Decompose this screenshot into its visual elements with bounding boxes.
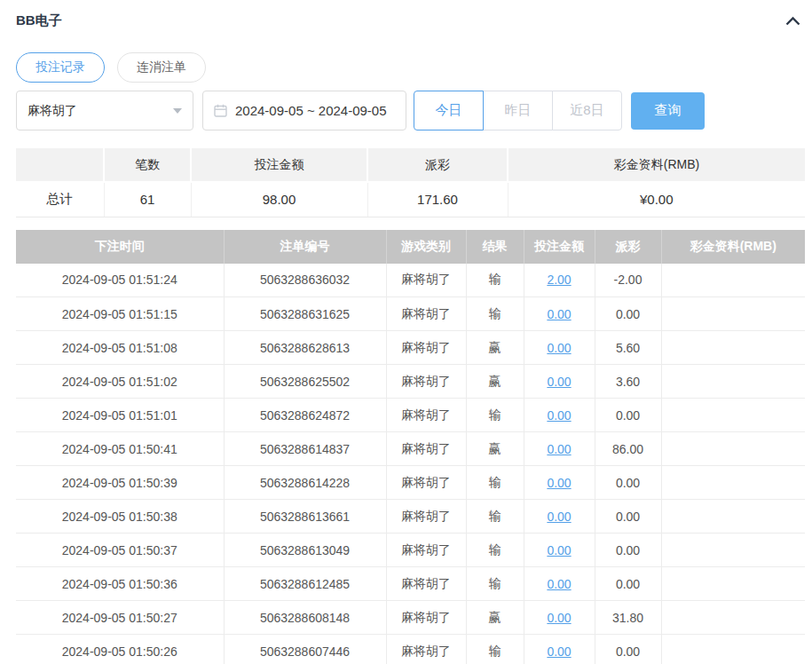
cell-bet-amount: 0.00 (524, 567, 595, 601)
bet-amount-link[interactable]: 2.00 (547, 273, 571, 287)
cell-jackpot (661, 635, 805, 664)
cell-bet-amount: 0.00 (524, 297, 595, 331)
summary-table: 笔数 投注金额 派彩 彩金资料(RMB) 总计 61 98.00 171.60 … (16, 148, 805, 217)
cell-payout: 0.00 (595, 466, 661, 500)
bet-records-panel: BB电子 投注记录 连消注单 麻将胡了 2024-09-05 ~ 2024-09… (0, 0, 805, 664)
cell-game-type: 麻将胡了 (386, 264, 466, 297)
bet-amount-link[interactable]: 0.00 (547, 543, 571, 557)
collapse-panel-button[interactable] (781, 13, 805, 28)
cell-jackpot (661, 601, 805, 635)
cell-bet-time: 2024-09-05 01:51:02 (16, 365, 224, 399)
summary-header-row: 笔数 投注金额 派彩 彩金资料(RMB) (16, 148, 805, 182)
cell-jackpot (661, 297, 805, 331)
cell-payout: 0.00 (595, 567, 661, 601)
quick-range-group: 今日 昨日 近8日 (414, 91, 622, 130)
table-row: 2024-09-05 01:51:02 5063288625502 麻将胡了 赢… (16, 365, 805, 399)
cell-bet-amount: 0.00 (524, 601, 595, 635)
table-row: 2024-09-05 01:50:38 5063288613661 麻将胡了 输… (16, 500, 805, 534)
bet-amount-link[interactable]: 0.00 (547, 510, 571, 524)
cell-bet-amount: 0.00 (524, 331, 595, 365)
summary-total-bet-amount: 98.00 (191, 182, 367, 217)
cell-bet-time: 2024-09-05 01:50:39 (16, 466, 224, 500)
cell-game-type: 麻将胡了 (386, 567, 466, 601)
cell-game-type: 麻将胡了 (386, 601, 466, 635)
cell-bet-time: 2024-09-05 01:50:37 (16, 534, 224, 567)
records-header-payout: 派彩 (595, 230, 661, 264)
cell-game-type: 麻将胡了 (386, 534, 466, 567)
cell-bet-amount: 2.00 (524, 264, 595, 297)
bet-amount-link[interactable]: 0.00 (547, 644, 571, 659)
cell-bet-amount: 0.00 (524, 399, 595, 432)
cell-payout: 31.80 (595, 601, 661, 635)
query-button[interactable]: 查询 (631, 92, 705, 130)
bet-amount-link[interactable]: 0.00 (547, 577, 571, 591)
bet-amount-link[interactable]: 0.00 (547, 442, 571, 456)
cell-payout: 86.00 (595, 432, 661, 466)
cell-payout: 5.60 (595, 331, 661, 365)
cell-bet-time: 2024-09-05 01:51:08 (16, 331, 224, 365)
cell-bet-time: 2024-09-05 01:51:24 (16, 264, 224, 297)
calendar-icon (214, 104, 227, 117)
summary-header-payout: 派彩 (367, 148, 508, 182)
summary-total-jackpot: ¥0.00 (508, 182, 805, 217)
cell-order-number: 5063288614228 (224, 466, 386, 500)
cell-bet-amount: 0.00 (524, 432, 595, 466)
cell-game-type: 麻将胡了 (386, 297, 466, 331)
cell-jackpot (661, 432, 805, 466)
records-header-bet-amount: 投注金额 (524, 230, 595, 264)
date-range-input[interactable]: 2024-09-05 ~ 2024-09-05 (202, 91, 406, 130)
cell-jackpot (661, 500, 805, 534)
cell-bet-time: 2024-09-05 01:50:26 (16, 635, 224, 664)
cell-bet-time: 2024-09-05 01:50:27 (16, 601, 224, 635)
bet-amount-link[interactable]: 0.00 (547, 341, 571, 355)
panel-header: BB电子 (16, 12, 805, 29)
cell-result: 输 (466, 264, 524, 297)
bet-amount-link[interactable]: 0.00 (547, 375, 571, 389)
summary-total-label: 总计 (16, 182, 104, 217)
cell-bet-time: 2024-09-05 01:51:15 (16, 297, 224, 331)
cell-game-type: 麻将胡了 (386, 365, 466, 399)
cell-result: 输 (466, 635, 524, 664)
bet-amount-link[interactable]: 0.00 (547, 611, 571, 625)
cell-payout: 3.60 (595, 365, 661, 399)
bet-amount-link[interactable]: 0.00 (547, 476, 571, 490)
cell-result: 赢 (466, 601, 524, 635)
tab-bet-records[interactable]: 投注记录 (16, 52, 105, 83)
cell-result: 赢 (466, 365, 524, 399)
yesterday-button[interactable]: 昨日 (483, 91, 553, 130)
cell-bet-time: 2024-09-05 01:50:38 (16, 500, 224, 534)
bet-amount-link[interactable]: 0.00 (547, 307, 571, 321)
cell-order-number: 5063288608148 (224, 601, 386, 635)
tabs: 投注记录 连消注单 (16, 52, 805, 83)
game-select[interactable]: 麻将胡了 (16, 91, 193, 130)
table-row: 2024-09-05 01:50:39 5063288614228 麻将胡了 输… (16, 466, 805, 500)
date-range-value: 2024-09-05 ~ 2024-09-05 (235, 103, 387, 118)
cell-game-type: 麻将胡了 (386, 399, 466, 432)
cell-game-type: 麻将胡了 (386, 466, 466, 500)
cell-order-number: 5063288614837 (224, 432, 386, 466)
cell-order-number: 5063288636032 (224, 264, 386, 297)
filter-bar: 麻将胡了 2024-09-05 ~ 2024-09-05 今日 昨日 近8日 查… (16, 91, 805, 130)
bet-amount-link[interactable]: 0.00 (547, 408, 571, 423)
cell-bet-amount: 0.00 (524, 466, 595, 500)
cell-order-number: 5063288631625 (224, 297, 386, 331)
summary-header-bet-amount: 投注金额 (191, 148, 367, 182)
summary-header-count: 笔数 (104, 148, 191, 182)
today-button[interactable]: 今日 (414, 91, 484, 130)
caret-down-icon (173, 108, 182, 114)
table-row: 2024-09-05 01:50:36 5063288612485 麻将胡了 输… (16, 567, 805, 601)
table-row: 2024-09-05 01:51:08 5063288628613 麻将胡了 赢… (16, 331, 805, 365)
tab-cancelled-orders[interactable]: 连消注单 (117, 52, 206, 83)
cell-game-type: 麻将胡了 (386, 432, 466, 466)
cell-game-type: 麻将胡了 (386, 635, 466, 664)
last-8-days-button[interactable]: 近8日 (552, 91, 622, 130)
page-title: BB电子 (16, 12, 62, 29)
summary-header-blank (16, 148, 104, 182)
cell-game-type: 麻将胡了 (386, 331, 466, 365)
summary-total-payout: 171.60 (367, 182, 508, 217)
cell-payout: 0.00 (595, 399, 661, 432)
table-row: 2024-09-05 01:51:01 5063288624872 麻将胡了 输… (16, 399, 805, 432)
chevron-up-icon (784, 14, 801, 29)
table-row: 2024-09-05 01:50:26 5063288607446 麻将胡了 输… (16, 635, 805, 664)
cell-result: 赢 (466, 331, 524, 365)
